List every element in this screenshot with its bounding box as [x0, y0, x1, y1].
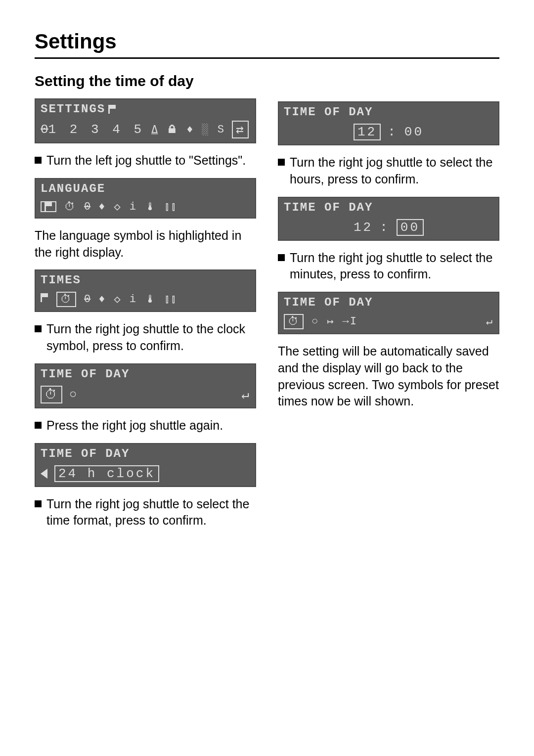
zero-icon: 0 [84, 201, 90, 213]
display-time-minutes-header: TIME OF DAY [279, 198, 498, 216]
display-settings-body: 01 2 3 4 5 ⍙ 🔒︎ ♦ ░ S ⇄ [36, 118, 255, 142]
selected-hours: 12 [354, 124, 381, 140]
signal-icon: ░ [202, 124, 210, 136]
instruction-4: Press the right jog shuttle again. [35, 417, 256, 434]
selected-sliders-icon: ⇄ [232, 121, 249, 138]
page-title: Settings [35, 30, 499, 53]
display-settings: SETTINGS 01 2 3 4 5 ⍙ 🔒︎ ♦ ░ S ⇄ [35, 98, 256, 143]
diamond-icon: ◇ [114, 200, 121, 214]
end-arrow-icon: →I [342, 315, 357, 328]
left-arrow-icon [41, 469, 47, 479]
display-time-hours: TIME OF DAY 12 : 00 [278, 101, 499, 145]
lock-icon: 🔒︎ [167, 123, 178, 136]
instruction-5: Turn the right jog shuttle to select the… [35, 496, 256, 530]
selected-minutes: 00 [397, 219, 424, 236]
title-rule [35, 57, 499, 59]
bullet-icon [35, 325, 42, 332]
time-separator: : [388, 125, 398, 139]
enter-icon [241, 387, 250, 402]
display-time-final-body: ⏱ ○ ↦ →I [279, 311, 498, 333]
instruction-r2: Turn the right jog shuttle to select the… [278, 250, 499, 283]
display-settings-header: SETTINGS [36, 99, 255, 118]
instruction-r1-text: Turn the right jog shuttle to select the… [290, 154, 499, 188]
display-timeofday-1-body: ⏱ ○ [36, 383, 255, 407]
selected-clock-icon: ⏱ [56, 292, 76, 307]
minutes-value: 00 [404, 125, 424, 139]
enter-icon [486, 315, 493, 328]
instruction-r1: Turn the right jog shuttle to select the… [278, 154, 499, 188]
bullet-icon [278, 159, 285, 166]
instruction-3-text: Turn the right jog shuttle to the clock … [46, 321, 256, 355]
flag-icon [41, 293, 48, 306]
two-column-layout: Setting the time of day SETTINGS 01 2 3 … [35, 73, 499, 538]
display-timeofday-1-header-text: TIME OF DAY [41, 367, 130, 381]
final-desc: The setting will be automatically saved … [278, 343, 499, 410]
display-timeofday-1: TIME OF DAY ⏱ ○ [35, 363, 256, 408]
instruction-1-text: Turn the left jog shuttle to "Settings". [46, 152, 246, 169]
display-timeofday-2-header: TIME OF DAY [36, 444, 255, 462]
bullet-icon [35, 422, 42, 429]
selected-24h-option: 24 h clock [54, 465, 159, 482]
subheading: Setting the time of day [35, 73, 256, 89]
clock-icon: ⏱ [64, 200, 76, 214]
right-column: TIME OF DAY 12 : 00 Turn the right jog s… [278, 73, 499, 538]
light-icon: ♦ [98, 293, 106, 306]
display-settings-header-text: SETTINGS [41, 102, 105, 116]
selected-clock-icon: ⏱ [284, 314, 304, 329]
display-time-minutes-header-text: TIME OF DAY [284, 201, 373, 214]
instruction-5-text: Turn the right jog shuttle to select the… [46, 496, 256, 530]
display-language-header-text: LANGUAGE [41, 182, 105, 195]
zero-slash-icon: 0 [41, 122, 48, 137]
light-icon: ♦ [186, 124, 194, 136]
diamond-icon: ◇ [114, 293, 121, 306]
zero-icon: 0 [84, 293, 90, 306]
time-separator: : [380, 220, 390, 235]
light-icon: ♦ [98, 201, 106, 213]
display-time-hours-body: 12 : 00 [279, 121, 498, 144]
display-time-final: TIME OF DAY ⏱ ○ ↦ →I [278, 292, 499, 334]
instruction-1: Turn the left jog shuttle to "Settings". [35, 152, 256, 169]
chart-icon: ⫿⫿ [165, 200, 178, 214]
display-time-hours-header-text: TIME OF DAY [284, 105, 373, 119]
start-arrow-icon: ↦ [327, 315, 334, 328]
bullet-icon [35, 157, 42, 164]
display-times: TIMES ⏱ 0 ♦ ◇ i 🌡︎ ⫿⫿ [35, 269, 256, 312]
instruction-4-text: Press the right jog shuttle again. [46, 417, 223, 434]
settings-icons: ⍙ 🔒︎ ♦ ░ S [151, 123, 225, 136]
display-time-final-header: TIME OF DAY [279, 293, 498, 311]
hours-value: 12 [354, 220, 373, 235]
display-timeofday-2: TIME OF DAY 24 h clock [35, 443, 256, 487]
buzzer-icon: ⍙ [151, 123, 159, 136]
circle-icon: ○ [69, 387, 78, 402]
instruction-r2-text: Turn the right jog shuttle to select the… [290, 250, 499, 283]
display-time-minutes-body: 12 : 00 [279, 216, 498, 240]
display-time-hours-header: TIME OF DAY [279, 102, 498, 121]
display-language-header: LANGUAGE [36, 179, 255, 197]
display-time-final-header-text: TIME OF DAY [284, 296, 373, 309]
settings-numbers-rest: 1 2 3 4 5 [48, 122, 144, 137]
thermometer-icon: 🌡︎ [145, 200, 157, 214]
instruction-3: Turn the right jog shuttle to the clock … [35, 321, 256, 355]
left-column: Setting the time of day SETTINGS 01 2 3 … [35, 73, 256, 538]
s-icon: S [218, 124, 225, 136]
display-language: LANGUAGE ⏱ 0 ♦ ◇ i 🌡︎ ⫿⫿ [35, 178, 256, 219]
selected-flag-icon [41, 201, 56, 212]
info-icon: i [130, 201, 137, 213]
display-time-minutes: TIME OF DAY 12 : 00 [278, 197, 499, 241]
chart-icon: ⫿⫿ [165, 293, 178, 306]
language-desc: The language symbol is highlighted in th… [35, 227, 256, 261]
settings-numbers: 01 2 3 4 5 [41, 122, 144, 137]
info-icon: i [130, 293, 137, 306]
bullet-icon [35, 500, 42, 507]
display-timeofday-2-header-text: TIME OF DAY [41, 447, 130, 460]
thermometer-icon: 🌡︎ [145, 293, 157, 306]
display-language-body: ⏱ 0 ♦ ◇ i 🌡︎ ⫿⫿ [36, 197, 255, 218]
display-times-header: TIMES [36, 270, 255, 289]
circle-icon: ○ [312, 315, 319, 328]
display-timeofday-1-header: TIME OF DAY [36, 364, 255, 383]
display-times-header-text: TIMES [41, 273, 81, 287]
flag-icon [108, 105, 116, 114]
display-times-body: ⏱ 0 ♦ ◇ i 🌡︎ ⫿⫿ [36, 289, 255, 311]
display-timeofday-2-body: 24 h clock [36, 462, 255, 486]
bullet-icon [278, 254, 285, 261]
